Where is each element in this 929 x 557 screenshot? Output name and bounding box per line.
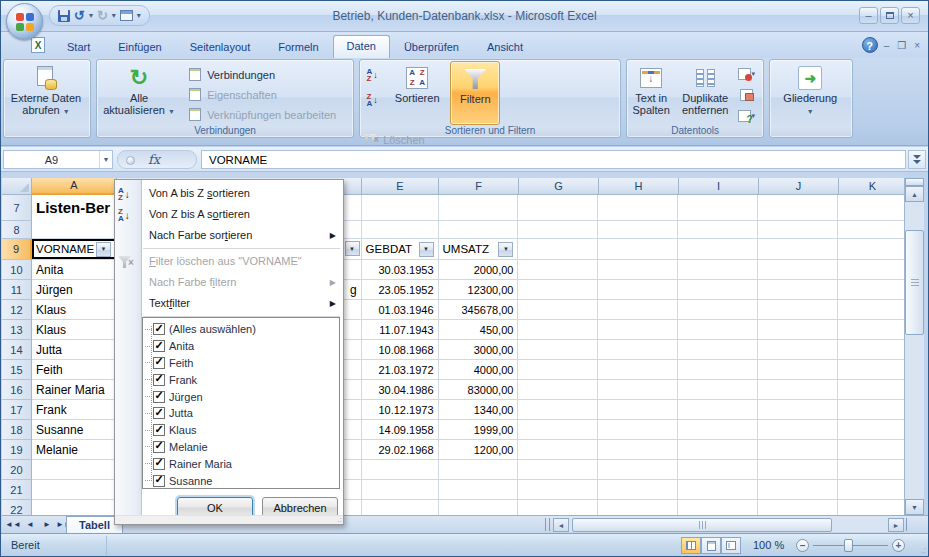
filter-button[interactable]: Filtern — [450, 61, 500, 125]
row-header[interactable]: 22 — [2, 500, 32, 515]
checkbox-checked-icon[interactable]: ✓ — [153, 407, 165, 419]
cell-column-k[interactable] — [838, 195, 906, 221]
cell-column-f[interactable]: 2000,00 — [439, 260, 519, 280]
cell-column-k[interactable] — [838, 280, 906, 300]
vertical-split-handle[interactable] — [905, 178, 924, 186]
zoom-thumb[interactable] — [844, 539, 853, 552]
cell-column-h[interactable] — [598, 195, 678, 221]
sort-descending-button[interactable]: ZA↓ — [360, 89, 384, 111]
scroll-up-button[interactable]: ▲ — [905, 186, 924, 202]
cell-column-a[interactable] — [32, 500, 117, 515]
tab-scrollbar-splitter[interactable] — [545, 518, 550, 531]
cell-column-i[interactable] — [678, 320, 758, 340]
cell-column-k[interactable] — [838, 400, 906, 420]
cell-column-k[interactable] — [838, 300, 906, 320]
cell-column-j[interactable] — [758, 440, 838, 460]
cell-column-f[interactable]: 12300,00 — [439, 280, 519, 300]
cell-column-h[interactable] — [598, 420, 678, 440]
filter-value-list[interactable]: ✓ (Alles auswählen) ✓ Anita ✓ Feith — [142, 317, 340, 489]
checkbox-checked-icon[interactable]: ✓ — [153, 374, 165, 386]
cell-column-f[interactable]: 450,00 — [439, 320, 519, 340]
horizontal-scrollbar[interactable] — [569, 518, 888, 532]
cell-column-a[interactable]: Klaus — [32, 320, 117, 340]
cell-column-h[interactable] — [598, 440, 678, 460]
cell-column-f[interactable]: 3000,00 — [439, 340, 519, 360]
cell-column-k[interactable] — [838, 239, 906, 260]
cell-column-a[interactable]: Listen-Ber — [32, 195, 117, 221]
cell-column-g[interactable] — [518, 460, 598, 480]
cell-column-k[interactable] — [838, 480, 906, 500]
filter-dropdown-umsatz[interactable]: ▼ — [498, 242, 513, 257]
row-header[interactable]: 15 — [2, 360, 32, 380]
row-header[interactable]: 13 — [2, 320, 32, 340]
filter-dropdown-vorname[interactable]: ▼ — [96, 242, 111, 257]
filter-value-item[interactable]: ✓ Feith — [145, 355, 339, 372]
cell-column-h[interactable] — [598, 239, 678, 260]
cell-column-j[interactable] — [758, 500, 838, 515]
cell-column-i[interactable] — [678, 239, 758, 260]
cell-column-a[interactable]: Frank — [32, 400, 117, 420]
cell-column-e[interactable]: 11.07.1943 — [362, 320, 439, 340]
cell-column-f[interactable]: 1340,00 — [439, 400, 519, 420]
column-header[interactable]: J — [759, 178, 839, 195]
text-to-columns-button[interactable]: Text in Spalten — [627, 61, 675, 125]
data-validation-button[interactable]: ▾ — [735, 64, 757, 83]
menu-item[interactable]: Nach Farbe sortieren ▶ — [115, 225, 343, 246]
cell-column-a[interactable] — [32, 480, 117, 500]
cell-column-f[interactable]: 1200,00 — [439, 440, 519, 460]
vertical-scrollbar[interactable]: ▲ ▼ — [904, 178, 924, 515]
checkbox-checked-icon[interactable]: ✓ — [153, 357, 165, 369]
cell-column-e[interactable]: GEBDAT ▼ — [362, 239, 439, 260]
cell-column-h[interactable] — [598, 260, 678, 280]
cell-column-e[interactable]: 30.04.1986 — [362, 380, 439, 400]
cell-column-h[interactable] — [598, 400, 678, 420]
zoom-out-button[interactable]: – — [796, 539, 809, 552]
cell-column-a[interactable]: Jürgen — [32, 280, 117, 300]
scroll-down-button[interactable]: ▼ — [905, 499, 924, 515]
cell-column-j[interactable] — [758, 239, 838, 260]
row-header[interactable]: 7 — [2, 195, 32, 221]
row-header[interactable]: 20 — [2, 460, 32, 480]
cell-column-f[interactable]: UMSATZ ▼ — [439, 239, 519, 260]
cell-column-j[interactable] — [758, 380, 838, 400]
cell-column-a[interactable]: Jutta — [32, 340, 117, 360]
menu-item[interactable]: ↓ Filter löschen aus "VORNAME" — [115, 251, 343, 272]
cell-column-i[interactable] — [678, 360, 758, 380]
cell-column-i[interactable] — [678, 195, 758, 221]
scroll-left-button[interactable]: ◄ — [553, 518, 569, 532]
checkbox-checked-icon[interactable]: ✓ — [153, 340, 165, 352]
row-header[interactable]: 18 — [2, 420, 32, 440]
row-header[interactable]: 19 — [2, 440, 32, 460]
cell-column-f[interactable] — [439, 221, 519, 239]
resize-grip-icon[interactable]: .: — [338, 516, 342, 524]
workbook-minimize-button[interactable]: – — [884, 40, 890, 51]
cell-column-e[interactable]: 01.03.1946 — [362, 300, 439, 320]
filter-value-item[interactable]: ✓ (Alles auswählen) — [145, 321, 339, 338]
cell-column-h[interactable] — [598, 460, 678, 480]
name-box-dropdown-icon[interactable]: ▼ — [99, 151, 112, 168]
cell-column-g[interactable] — [518, 500, 598, 515]
cell-column-h[interactable] — [598, 221, 678, 239]
first-sheet-button[interactable]: ◄◄ — [6, 518, 20, 531]
checkbox-checked-icon[interactable]: ✓ — [153, 424, 165, 436]
cell-column-g[interactable] — [518, 380, 598, 400]
checkbox-checked-icon[interactable]: ✓ — [153, 441, 165, 453]
zoom-in-button[interactable]: + — [892, 539, 905, 552]
cell-column-g[interactable] — [518, 300, 598, 320]
cell-column-i[interactable] — [678, 480, 758, 500]
close-button[interactable]: × — [901, 7, 920, 24]
ribbon-small-button[interactable]: Verbindungen — [184, 66, 339, 83]
cell-column-e[interactable]: 23.05.1952 — [362, 280, 439, 300]
menu-item[interactable]: ↓ Von Z bis A sortieren — [115, 204, 343, 225]
ribbon-tab[interactable]: Überprüfen — [390, 37, 473, 58]
ribbon-small-button[interactable]: Eigenschaften — [184, 86, 339, 103]
cell-column-h[interactable] — [598, 360, 678, 380]
what-if-analysis-button[interactable]: ▾ — [735, 106, 757, 125]
row-header[interactable]: 10 — [2, 260, 32, 280]
checkbox-checked-icon[interactable]: ✓ — [153, 391, 165, 403]
cell-column-j[interactable] — [758, 460, 838, 480]
page-break-view-button[interactable] — [721, 537, 741, 554]
cell-column-k[interactable] — [838, 221, 906, 239]
cell-column-f[interactable] — [439, 500, 519, 515]
cell-column-e[interactable] — [362, 460, 439, 480]
